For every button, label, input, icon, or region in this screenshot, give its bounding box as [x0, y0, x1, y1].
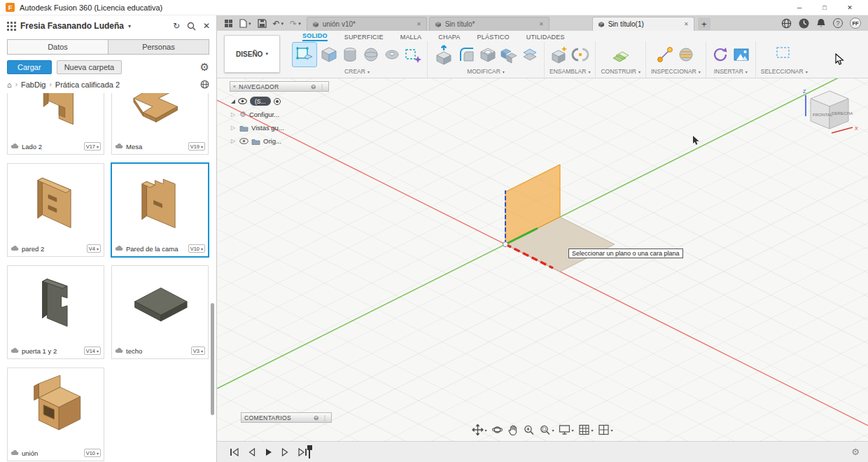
document-root-name[interactable]: (S...: [250, 97, 271, 106]
chevron-down-icon[interactable]: ▾: [128, 23, 131, 29]
browser-row-vistas[interactable]: ▷ Vistas gu...: [231, 121, 329, 134]
tab-datos[interactable]: Datos: [7, 39, 108, 55]
construct-plane-button[interactable]: [612, 46, 630, 64]
pan-button[interactable]: ▾: [472, 424, 486, 435]
timeline-play-button[interactable]: [265, 448, 272, 456]
close-tab-icon[interactable]: ✕: [416, 21, 421, 27]
save-icon[interactable]: [258, 19, 267, 28]
expanded-node-icon[interactable]: [231, 99, 235, 104]
env-tab-plastico[interactable]: PLÁSTICO: [477, 34, 510, 41]
measure-button[interactable]: [656, 46, 674, 64]
display-settings-button[interactable]: ▾: [559, 425, 573, 435]
shell-button[interactable]: [479, 46, 497, 64]
env-tab-solido[interactable]: SOLIDO: [302, 32, 328, 41]
browser-root-row[interactable]: (S...: [231, 94, 329, 108]
app-grid-icon[interactable]: [6, 21, 16, 31]
new-document-tab-button[interactable]: +: [698, 18, 710, 30]
viewports-button[interactable]: ▾: [598, 424, 613, 435]
visibility-eye-icon[interactable]: [238, 98, 247, 104]
home-icon[interactable]: ⌂: [7, 80, 12, 89]
document-tab-sin-titulo[interactable]: Sin título* ✕: [429, 17, 550, 31]
drag-handle-icon[interactable]: ⋮: [322, 414, 328, 421]
item-card-puerta[interactable]: puerta 1 y 2 V14▾: [7, 265, 104, 359]
section-analysis-button[interactable]: [677, 46, 695, 64]
version-badge[interactable]: V4▾: [87, 244, 101, 253]
expand-arrow-icon[interactable]: ▷: [231, 138, 237, 144]
insert-canvas-button[interactable]: [732, 46, 750, 64]
item-card-mesa[interactable]: Mesa V19▾: [111, 93, 209, 155]
create-pattern-button[interactable]: [404, 46, 422, 64]
team-name[interactable]: Fresia Fasanando Ludeña: [20, 21, 124, 31]
upload-button[interactable]: Cargar: [7, 60, 52, 74]
breadcrumb-project[interactable]: FabDig: [21, 80, 46, 89]
item-card-union[interactable]: unión V10▾: [7, 368, 104, 461]
group-dropdown-crear[interactable]: CREAR▾: [344, 68, 370, 75]
group-dropdown-inspeccionar[interactable]: INSPECCIONAR▾: [651, 68, 701, 75]
timeline-step-forward-button[interactable]: [281, 448, 289, 456]
split-body-button[interactable]: [521, 46, 539, 64]
create-sphere-button[interactable]: [362, 46, 380, 64]
close-tab-icon[interactable]: ✕: [539, 21, 544, 27]
item-card-lado2[interactable]: Lado 2 V17▾: [7, 93, 104, 155]
maximize-button[interactable]: □: [812, 4, 837, 11]
fillet-button[interactable]: [458, 46, 476, 64]
visibility-eye-icon[interactable]: [239, 138, 248, 144]
viewcube[interactable]: Z FRONTAL DERECHA X: [797, 87, 861, 143]
version-badge[interactable]: V10▾: [188, 244, 205, 253]
redo-button[interactable]: ↷▾: [290, 20, 301, 28]
notifications-bell-icon[interactable]: [816, 18, 826, 29]
document-tab-sin-titulo-1-active[interactable]: Sin título(1) ✕: [592, 17, 694, 31]
item-card-pared2[interactable]: pared 2 V4▾: [7, 163, 104, 257]
version-badge[interactable]: V14▾: [84, 346, 101, 355]
combine-button[interactable]: [500, 46, 518, 64]
zoom-button[interactable]: [523, 424, 534, 435]
expand-arrow-icon[interactable]: ▷: [231, 125, 237, 131]
help-icon[interactable]: ?: [833, 18, 843, 28]
job-status-clock-icon[interactable]: [799, 18, 809, 29]
version-badge[interactable]: V19▾: [188, 142, 205, 150]
extensions-globe-icon[interactable]: [781, 18, 792, 29]
tab-personas[interactable]: Personas: [108, 39, 209, 55]
create-torus-button[interactable]: [383, 46, 401, 64]
version-badge[interactable]: V3▾: [191, 346, 205, 355]
search-icon[interactable]: [187, 22, 196, 31]
item-card-techo[interactable]: techo V3▾: [111, 265, 209, 359]
undo-button[interactable]: ↶▾: [273, 20, 284, 28]
close-button[interactable]: ✕: [837, 4, 862, 11]
close-panel-icon[interactable]: ✕: [203, 22, 210, 30]
expand-arrow-icon[interactable]: ▷: [231, 111, 237, 118]
group-dropdown-insertar[interactable]: INSERTAR▾: [714, 68, 748, 75]
origin-point[interactable]: [503, 242, 508, 247]
group-dropdown-ensamblar[interactable]: ENSAMBLAR▾: [550, 68, 590, 75]
file-menu[interactable]: ▾: [239, 19, 251, 28]
press-pull-button[interactable]: [433, 43, 455, 66]
env-tab-superficie[interactable]: SUPERFICIE: [344, 34, 384, 41]
minimize-panel-icon[interactable]: ⊖: [311, 83, 316, 90]
create-box-button[interactable]: [320, 46, 338, 64]
timeline-settings-gear-icon[interactable]: ⚙: [851, 447, 860, 457]
joint-button[interactable]: [571, 46, 589, 64]
group-dropdown-seleccionar[interactable]: SELECCIONAR▾: [761, 68, 808, 75]
document-tab-union[interactable]: unión v10* ✕: [307, 17, 427, 31]
orbit-button[interactable]: [491, 424, 503, 435]
workspace-selector[interactable]: DISEÑO ▾: [224, 35, 280, 73]
group-dropdown-modificar[interactable]: MODIFICAR▾: [467, 68, 505, 75]
create-cylinder-button[interactable]: [341, 46, 359, 64]
browser-row-configuracion[interactable]: ▷ ⚙ Configur...: [231, 108, 329, 121]
env-tab-malla[interactable]: MALLA: [400, 34, 422, 41]
timeline-position-marker[interactable]: [307, 445, 312, 458]
env-tab-utilidades[interactable]: UTILIDADES: [526, 34, 565, 41]
insert-derive-button[interactable]: [711, 46, 729, 64]
env-tab-chapa[interactable]: CHAPA: [438, 34, 460, 41]
zoom-window-button[interactable]: ▾: [539, 424, 554, 435]
version-badge[interactable]: V10▾: [84, 449, 101, 457]
create-sketch-button[interactable]: [292, 42, 317, 67]
scrollbar[interactable]: [211, 303, 214, 415]
activate-component-radio[interactable]: [274, 98, 281, 105]
panel-settings-gear-icon[interactable]: ⚙: [200, 61, 209, 74]
version-badge[interactable]: V17▾: [84, 142, 101, 150]
open-on-web-icon[interactable]: [200, 80, 209, 89]
group-dropdown-construir[interactable]: CONSTRUIR▾: [601, 68, 640, 75]
new-folder-button[interactable]: Nueva carpeta: [57, 60, 122, 74]
collapse-panel-icon[interactable]: «: [233, 84, 236, 89]
